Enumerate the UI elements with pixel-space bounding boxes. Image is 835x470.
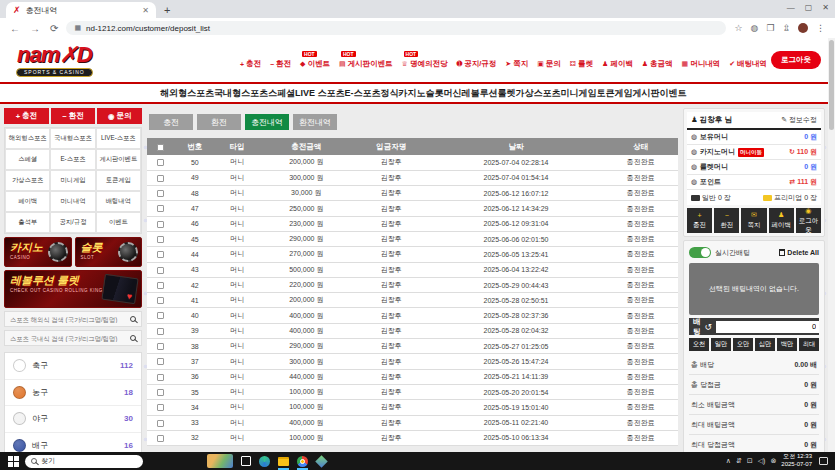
search-icon[interactable]: [130, 335, 136, 341]
file-explorer-icon[interactable]: [277, 455, 290, 468]
nav-item-정식카지노[interactable]: 정식카지노: [381, 87, 426, 100]
left-menu-이벤트[interactable]: 이벤트: [96, 212, 141, 233]
site-logo[interactable]: nam✗D SPORTS & CASINO: [16, 44, 93, 77]
row-checkbox[interactable]: [157, 312, 164, 319]
row-checkbox[interactable]: [157, 358, 164, 365]
sports-search-input-2[interactable]: [10, 335, 130, 342]
search-icon[interactable]: [130, 316, 136, 322]
header-menu-충전[interactable]: +충전: [240, 51, 261, 69]
header-menu-환전[interactable]: −환전: [270, 51, 291, 69]
menu-dots-icon[interactable]: ⋮: [816, 23, 825, 33]
chrome-icon[interactable]: [296, 455, 309, 468]
side-panel-icon[interactable]: ❐: [766, 23, 774, 33]
tray-volume-icon[interactable]: ◁): [758, 457, 766, 465]
delete-all-button[interactable]: Delete All: [779, 249, 819, 256]
row-checkbox[interactable]: [157, 175, 164, 182]
browser-tab[interactable]: ✗ 충전내역 ✕: [6, 2, 156, 18]
left-menu-해외형스포츠[interactable]: 해외형스포츠: [5, 128, 50, 149]
nav-item-슬롯머신[interactable]: 슬롯머신: [426, 87, 462, 100]
action-button-충전[interactable]: +충전: [687, 208, 712, 233]
live-betting-toggle[interactable]: [689, 247, 711, 258]
left-button-문의[interactable]: ◉문의: [97, 108, 142, 124]
bet-amount-input[interactable]: [716, 321, 819, 333]
row-checkbox[interactable]: [157, 205, 164, 212]
share-icon[interactable]: ⇫: [782, 23, 790, 33]
page-scrollbar[interactable]: [828, 38, 835, 452]
quick-amount-오천[interactable]: 오천: [689, 338, 709, 351]
sport-item-농구[interactable]: 농구18: [5, 380, 141, 407]
left-menu-가상스포츠[interactable]: 가상스포츠: [5, 170, 50, 191]
row-checkbox[interactable]: [157, 328, 164, 335]
header-menu-페이백[interactable]: ♟페이백: [602, 51, 633, 69]
row-checkbox[interactable]: [157, 389, 164, 396]
widgets-icon[interactable]: [207, 454, 233, 468]
quick-amount-오만[interactable]: 오만: [733, 338, 753, 351]
left-menu-공지/규정[interactable]: 공지/규정: [50, 212, 95, 233]
left-menu-배팅내역[interactable]: 배팅내역: [96, 191, 141, 212]
header-menu-명예의전당[interactable]: HOT♕명예의전당: [402, 51, 448, 69]
row-checkbox[interactable]: [157, 159, 164, 166]
row-checkbox[interactable]: [157, 267, 164, 274]
header-menu-쪽지[interactable]: ➤쪽지: [505, 51, 528, 69]
action-button-로그아웃[interactable]: ◉로그아웃: [796, 208, 821, 233]
notification-icon[interactable]: [819, 457, 828, 465]
edit-profile-link[interactable]: ✎ 정보수정: [781, 115, 817, 125]
left-menu-출석부[interactable]: 출석부: [5, 212, 50, 233]
refresh-icon[interactable]: ↻: [789, 148, 795, 156]
left-menu-국내형스포츠[interactable]: 국내형스포츠: [50, 128, 95, 149]
row-checkbox[interactable]: [157, 190, 164, 197]
back-icon[interactable]: ←: [10, 23, 20, 34]
forward-icon[interactable]: →: [30, 23, 40, 34]
header-menu-이벤트[interactable]: HOT◆이벤트: [300, 51, 330, 69]
sport-item-야구[interactable]: 야구30: [5, 406, 141, 433]
row-checkbox[interactable]: [157, 251, 164, 258]
header-menu-총금액[interactable]: ♟총금액: [642, 51, 673, 69]
tab-충전내역[interactable]: 충전내역: [245, 114, 289, 130]
header-menu-게시판이벤트[interactable]: HOT▤게시판이벤트: [339, 51, 393, 69]
bet-reset-icon[interactable]: ↺: [705, 322, 713, 332]
nav-item-E-스포츠[interactable]: E-스포츠: [345, 87, 381, 100]
header-menu-문의[interactable]: ▣문의: [537, 51, 561, 69]
task-view-icon[interactable]: [239, 455, 252, 468]
row-checkbox[interactable]: [157, 420, 164, 427]
left-menu-토큰게임[interactable]: 토큰게임: [96, 170, 141, 191]
left-button-환전[interactable]: −환전: [51, 108, 96, 124]
close-icon[interactable]: ✕: [822, 3, 829, 12]
tab-환전내역[interactable]: 환전내역: [293, 114, 337, 130]
select-all-checkbox[interactable]: [157, 144, 164, 151]
start-button[interactable]: [8, 456, 19, 467]
quick-amount-최대[interactable]: 최대: [799, 338, 819, 351]
left-menu-E-스포츠[interactable]: E-스포츠: [50, 149, 95, 170]
sport-item-배구[interactable]: 배구16: [5, 433, 141, 453]
header-menu-공지/규정[interactable]: ➊공지/규정: [456, 51, 496, 69]
nav-item-가상스포츠[interactable]: 가상스포츠: [516, 87, 561, 100]
nav-item-게시판이벤트[interactable]: 게시판이벤트: [633, 87, 687, 100]
header-menu-룰렛[interactable]: ⚃룰렛: [570, 51, 593, 69]
new-tab-button[interactable]: +: [164, 4, 170, 18]
site-info-icon[interactable]: ▦: [74, 24, 81, 32]
row-checkbox[interactable]: [157, 435, 164, 442]
tray-network-icon[interactable]: ⇵: [736, 457, 742, 465]
sports-search-input-1[interactable]: [10, 316, 130, 323]
nav-item-레볼루션룰렛[interactable]: 레볼루션룰렛: [462, 87, 516, 100]
tray-expand-icon[interactable]: ∧: [726, 457, 731, 465]
row-checkbox[interactable]: [157, 343, 164, 350]
url-input[interactable]: ▦ nd-1212.com/customer/deposit_list: [66, 21, 726, 35]
transfer-icon[interactable]: ⇄: [789, 178, 795, 186]
nav-item-스페셜[interactable]: 스페셜: [268, 87, 295, 100]
tray-display-icon[interactable]: ⊡: [747, 457, 753, 465]
quick-amount-십만[interactable]: 십만: [755, 338, 775, 351]
tab-충전[interactable]: 충전: [149, 114, 193, 130]
tray-close-icon[interactable]: ⊗: [770, 457, 776, 465]
extension-icon[interactable]: ◍: [751, 23, 759, 33]
row-checkbox[interactable]: [157, 282, 164, 289]
logout-button[interactable]: 로그아웃: [771, 51, 821, 69]
row-checkbox[interactable]: [157, 404, 164, 411]
tab-close-icon[interactable]: ✕: [142, 6, 149, 15]
maximize-icon[interactable]: ▢: [805, 3, 813, 12]
banner-슬롯[interactable]: 슬롯SLOT: [75, 237, 143, 267]
banner-카지노[interactable]: 카지노CASINO: [4, 237, 72, 267]
pinned-app-icon[interactable]: [315, 455, 328, 468]
banner-레볼루션 룰렛[interactable]: 레볼루션 룰렛CHECK OUT CASINO ROLLING KING: [4, 270, 142, 308]
nav-item-LIVE 스포츠[interactable]: LIVE 스포츠: [295, 87, 345, 100]
